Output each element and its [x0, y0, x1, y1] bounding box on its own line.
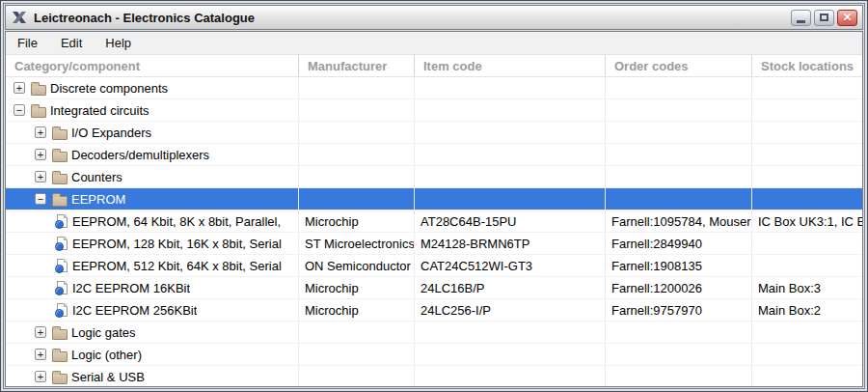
tree-label: Discrete components: [50, 81, 168, 96]
manufacturer-cell: [299, 166, 415, 187]
tree-label: I/O Expanders: [71, 126, 151, 140]
table-header-row: Category/component Manufacturer Item cod…: [6, 55, 862, 77]
window-title: Leictreonach - Electronics Catalogue: [34, 11, 784, 25]
menu-file[interactable]: File: [17, 36, 38, 50]
minimize-button[interactable]: [791, 10, 811, 26]
column-header-order-codes[interactable]: Order codes: [606, 55, 752, 76]
folder-icon: [52, 174, 68, 184]
expand-icon[interactable]: +: [14, 82, 25, 94]
tree-cell: EEPROM, 512 Kbit, 64K x 8bit, Serial: [6, 255, 299, 276]
item-code-cell: [415, 366, 606, 386]
expand-icon[interactable]: +: [35, 126, 46, 138]
stock-locations-cell: [752, 122, 862, 143]
table-row[interactable]: EEPROM, 64 Kbit, 8K x 8bit, Parallel,Mic…: [6, 210, 862, 233]
folder-icon: [52, 152, 68, 162]
expand-icon[interactable]: +: [35, 326, 46, 338]
stock-locations-cell: IC Box UK3:1, IC E: [752, 210, 862, 232]
order-codes-cell: [606, 144, 752, 165]
maximize-button[interactable]: [814, 10, 834, 26]
expand-icon[interactable]: +: [35, 171, 46, 182]
component-icon: [57, 237, 68, 250]
manufacturer-cell: [299, 188, 415, 210]
catalogue-tree-table: Category/component Manufacturer Item cod…: [6, 55, 862, 386]
table-row[interactable]: EEPROM, 512 Kbit, 64K x 8bit, SerialON S…: [6, 255, 862, 277]
tree-label: I2C EEPROM 16KBit: [72, 281, 190, 295]
stock-locations-cell: [752, 233, 862, 254]
order-codes-cell: [606, 188, 752, 210]
tree-cell: I2C EEPROM 16KBit: [6, 277, 299, 298]
table-row[interactable]: I2C EEPROM 256KBitMicrochip24LC256-I/PFa…: [6, 299, 862, 322]
manufacturer-cell: [299, 144, 415, 165]
expand-icon[interactable]: +: [35, 371, 46, 382]
item-code-cell: 24LC16B/P: [415, 277, 606, 298]
item-code-cell: [415, 188, 606, 210]
manufacturer-cell: [299, 344, 415, 365]
table-row[interactable]: +Serial & USB: [6, 366, 862, 386]
client-area: File Edit Help Category/component Manufa…: [5, 31, 863, 387]
table-row[interactable]: +I/O Expanders: [6, 122, 862, 144]
column-header-item-code[interactable]: Item code: [415, 55, 606, 76]
tree-cell: +I/O Expanders: [6, 122, 299, 143]
stock-locations-cell: Main Box:3: [752, 277, 862, 298]
item-code-cell: 24LC256-I/P: [415, 299, 606, 321]
tree-cell: +Serial & USB: [6, 366, 299, 386]
item-code-cell: [415, 144, 606, 165]
menu-edit[interactable]: Edit: [61, 36, 82, 50]
app-window: Leictreonach - Electronics Catalogue ✕ F…: [0, 0, 868, 392]
order-codes-cell: [606, 344, 752, 365]
order-codes-cell: [606, 77, 752, 98]
component-icon: [57, 303, 68, 317]
item-code-cell: [415, 322, 606, 343]
item-code-cell: AT28C64B-15PU: [415, 210, 606, 232]
order-codes-cell: [606, 322, 752, 343]
tree-cell: I2C EEPROM 256KBit: [6, 299, 299, 321]
table-row[interactable]: +Logic gates: [6, 322, 862, 344]
folder-icon: [52, 129, 68, 140]
table-row[interactable]: −Integrated circuits: [6, 99, 862, 122]
collapse-icon[interactable]: −: [35, 193, 46, 205]
order-codes-cell: [606, 122, 752, 143]
tree-cell: +Logic (other): [6, 344, 299, 365]
table-row[interactable]: I2C EEPROM 16KBitMicrochip24LC16B/PFarne…: [6, 277, 862, 299]
table-row[interactable]: +Counters: [6, 166, 862, 188]
folder-icon: [52, 351, 68, 362]
folder-icon: [52, 196, 68, 207]
manufacturer-cell: [299, 322, 415, 343]
column-header-stock-locations[interactable]: Stock locations: [752, 55, 862, 76]
stock-locations-cell: [752, 99, 862, 121]
stock-locations-cell: [752, 344, 862, 365]
table-row[interactable]: EEPROM, 128 Kbit, 16K x 8bit, SerialST M…: [6, 233, 862, 255]
tree-label: EEPROM, 512 Kbit, 64K x 8bit, Serial: [72, 259, 282, 273]
tree-cell: +Counters: [6, 166, 299, 187]
manufacturer-cell: [299, 99, 415, 121]
table-row[interactable]: +Discrete components: [6, 77, 862, 99]
menu-help[interactable]: Help: [105, 36, 131, 50]
expand-icon[interactable]: +: [35, 349, 46, 360]
column-header-category[interactable]: Category/component: [6, 55, 299, 76]
table-row[interactable]: +Decoders/demultiplexers: [6, 144, 862, 166]
stock-locations-cell: Main Box:2: [752, 299, 862, 321]
order-codes-cell: [606, 166, 752, 187]
item-code-cell: M24128-BRMN6TP: [415, 233, 606, 254]
tree-cell: EEPROM, 64 Kbit, 8K x 8bit, Parallel,: [6, 210, 299, 232]
maximize-icon: [820, 14, 828, 21]
component-icon: [57, 281, 68, 294]
component-icon: [57, 259, 68, 272]
manufacturer-cell: [299, 77, 415, 98]
manufacturer-cell: ON Semiconductor: [299, 255, 415, 276]
stock-locations-cell: [752, 77, 862, 98]
close-button[interactable]: ✕: [837, 10, 857, 26]
table-row[interactable]: −EEPROM: [6, 188, 862, 210]
tree-cell: −EEPROM: [6, 188, 299, 210]
stock-locations-cell: [752, 322, 862, 343]
manufacturer-cell: [299, 122, 415, 143]
folder-icon: [31, 85, 46, 96]
column-header-manufacturer[interactable]: Manufacturer: [299, 55, 415, 76]
title-bar[interactable]: Leictreonach - Electronics Catalogue ✕: [5, 5, 863, 30]
expand-icon[interactable]: +: [35, 149, 46, 160]
table-row[interactable]: +Logic (other): [6, 344, 862, 366]
tree-cell: −Integrated circuits: [6, 99, 299, 121]
manufacturer-cell: [299, 366, 415, 386]
table-body: +Discrete components−Integrated circuits…: [6, 77, 862, 386]
collapse-icon[interactable]: −: [14, 104, 25, 116]
